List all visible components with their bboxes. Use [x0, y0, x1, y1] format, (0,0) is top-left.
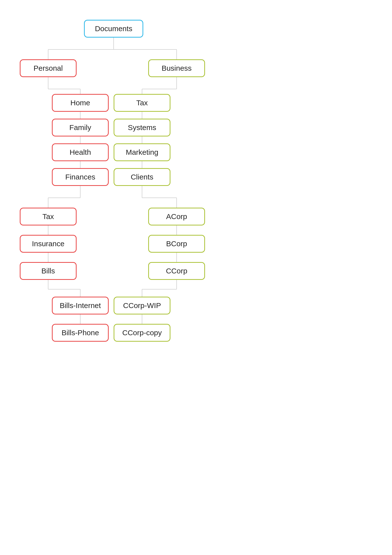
node-bills[interactable]: Bills	[20, 262, 77, 280]
node-ccorp-copy[interactable]: CCorp-copy	[114, 324, 170, 342]
node-personal[interactable]: Personal	[20, 59, 77, 77]
node-insurance[interactable]: Insurance	[20, 235, 77, 253]
node-ccorp-wip[interactable]: CCorp-WIP	[114, 297, 170, 314]
node-business[interactable]: Business	[148, 59, 205, 77]
node-systems[interactable]: Systems	[114, 119, 170, 136]
node-documents[interactable]: Documents	[84, 20, 143, 38]
node-bills-internet[interactable]: Bills-Internet	[52, 297, 109, 314]
node-finances[interactable]: Finances	[52, 168, 109, 186]
node-ccorp[interactable]: CCorp	[148, 262, 205, 280]
node-home[interactable]: Home	[52, 94, 109, 112]
node-family[interactable]: Family	[52, 119, 109, 136]
node-bills-phone[interactable]: Bills-Phone	[52, 324, 109, 342]
node-tax-personal[interactable]: Tax	[20, 208, 77, 225]
mind-map-diagram: Documents Personal Business Home Family …	[0, 0, 392, 555]
node-acorp[interactable]: ACorp	[148, 208, 205, 225]
node-clients[interactable]: Clients	[114, 168, 170, 186]
node-tax-business[interactable]: Tax	[114, 94, 170, 112]
node-marketing[interactable]: Marketing	[114, 143, 170, 161]
node-bcorp[interactable]: BCorp	[148, 235, 205, 253]
node-health[interactable]: Health	[52, 143, 109, 161]
